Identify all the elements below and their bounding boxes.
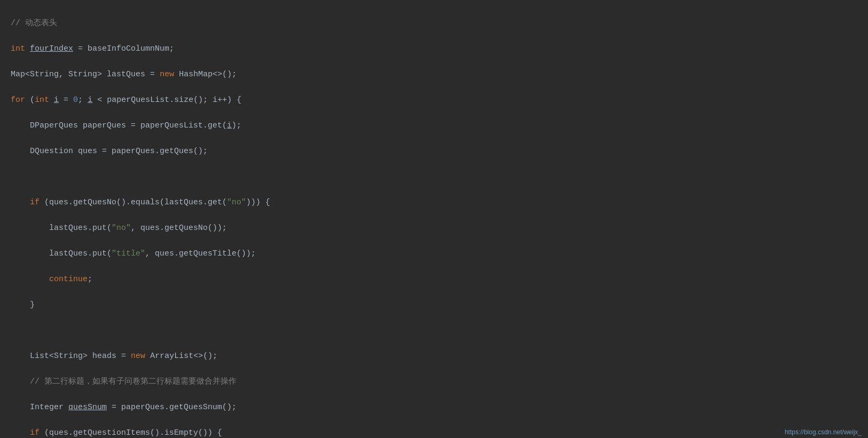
line-12: } — [11, 299, 857, 312]
code-editor: // 动态表头 int fourIndex = baseInfoColumnNu… — [0, 0, 868, 438]
line-13 — [11, 324, 857, 337]
line-9: lastQues.put("no", ques.getQuesNo()); — [11, 222, 857, 235]
line-10: lastQues.put("title", ques.getQuesTitle(… — [11, 248, 857, 260]
line-1: // 动态表头 — [11, 17, 857, 30]
line-5: DPaperQues paperQues = paperQuesList.get… — [11, 120, 857, 132]
comment-dynamic-header: // 动态表头 — [11, 19, 57, 28]
line-3: Map<String, String> lastQues = new HashM… — [11, 68, 857, 81]
line-7 — [11, 171, 857, 184]
line-8: if (ques.getQuesNo().equals(lastQues.get… — [11, 196, 857, 209]
url-bar: https://blog.csdn.net/weijx_ — [785, 428, 862, 436]
line-2: int fourIndex = baseInfoColumnNum; — [11, 43, 857, 55]
line-14: List<String> heads = new ArrayList<>(); — [11, 350, 857, 363]
line-6: DQuestion ques = paperQues.getQues(); — [11, 145, 857, 158]
line-11: continue; — [11, 273, 857, 286]
line-15: // 第二行标题，如果有子问卷第二行标题需要做合并操作 — [11, 376, 857, 388]
line-4: for (int i = 0; i < paperQuesList.size()… — [11, 94, 857, 107]
line-17: if (ques.getQuestionItems().isEmpty()) { — [11, 427, 857, 438]
line-16: Integer quesSnum = paperQues.getQuesSnum… — [11, 401, 857, 414]
